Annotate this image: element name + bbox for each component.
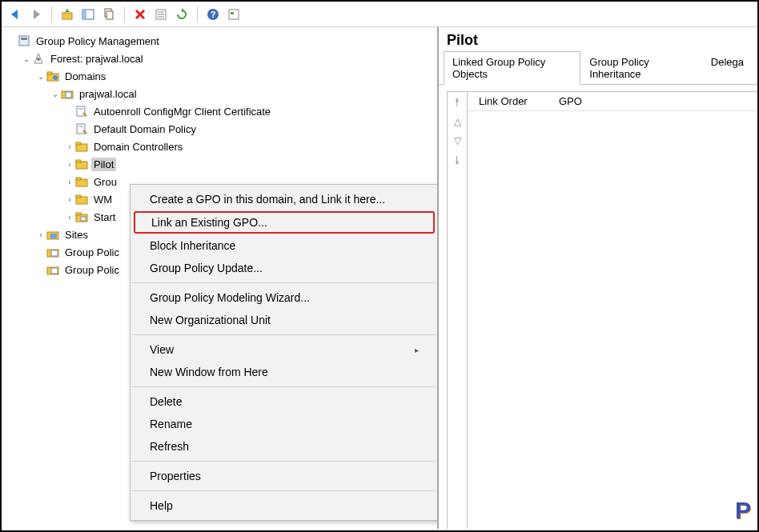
expand-toggle[interactable]: ⌄	[35, 72, 46, 81]
expand-toggle[interactable]: ›	[64, 178, 75, 186]
tree-gpo-item[interactable]: › Autoenroll ConfigMgr Client Certificat…	[64, 102, 437, 120]
copy-button[interactable]	[100, 6, 118, 23]
svg-rect-35	[76, 160, 81, 162]
forest-icon	[32, 52, 45, 65]
menu-separator	[132, 386, 436, 387]
svg-rect-39	[76, 195, 81, 198]
svg-rect-48	[51, 268, 58, 274]
svg-rect-42	[81, 217, 86, 221]
toolbar: ?	[2, 2, 757, 27]
col-link-order[interactable]: Link Order	[468, 92, 548, 110]
expand-toggle[interactable]: ›	[64, 160, 75, 169]
svg-marker-1	[34, 10, 40, 19]
gpo-link-icon	[75, 122, 88, 135]
link-order-buttons: ⭱ △ ▽ ⭳	[448, 92, 467, 529]
svg-rect-5	[82, 10, 86, 19]
svg-rect-37	[76, 178, 81, 180]
ctx-new-window[interactable]: New Window from Here	[131, 361, 438, 383]
ctx-link-existing-gpo[interactable]: Link an Existing GPO...	[134, 211, 435, 234]
report-icon	[46, 263, 59, 276]
menu-separator	[132, 334, 436, 335]
move-top-icon[interactable]: ⭱	[452, 97, 462, 108]
ou-icon	[75, 140, 88, 153]
submenu-arrow-icon: ▸	[415, 346, 419, 354]
ctx-rename[interactable]: Rename	[131, 413, 438, 435]
ou-icon	[75, 193, 88, 206]
svg-rect-44	[50, 234, 57, 238]
tab-linked-gpos[interactable]: Linked Group Policy Objects	[444, 51, 580, 85]
menu-separator	[132, 461, 436, 462]
ctx-properties[interactable]: Properties	[131, 465, 438, 487]
svg-rect-30	[77, 124, 85, 134]
move-down-icon[interactable]: ▽	[454, 135, 461, 146]
svg-rect-33	[76, 142, 81, 145]
ctx-delete[interactable]: Delete	[131, 390, 438, 413]
delete-button[interactable]	[131, 6, 149, 23]
ctx-block-inheritance[interactable]: Block Inheritance	[131, 234, 438, 257]
svg-rect-28	[77, 106, 85, 116]
expand-toggle[interactable]: ⌄	[21, 54, 32, 63]
forward-button[interactable]	[27, 6, 45, 23]
domain-icon	[61, 87, 74, 100]
svg-rect-19	[19, 36, 29, 46]
svg-rect-41	[76, 213, 81, 215]
tab-gp-inheritance[interactable]: Group Policy Inheritance	[580, 51, 702, 85]
move-up-icon[interactable]: △	[454, 116, 461, 127]
col-gpo[interactable]: GPO	[548, 92, 593, 110]
context-menu: Create a GPO in this domain, and Link it…	[130, 184, 438, 521]
folder-icon	[75, 210, 88, 223]
tree-ou-item[interactable]: › Domain Controllers	[64, 138, 437, 155]
ctx-gp-update[interactable]: Group Policy Update...	[131, 257, 438, 279]
tree-forest[interactable]: ⌄ Forest: prajwal.local	[21, 50, 437, 67]
help-button[interactable]: ?	[204, 6, 222, 23]
folder-icon	[46, 70, 59, 82]
svg-point-25	[53, 75, 58, 80]
svg-marker-0	[11, 10, 18, 19]
show-hide-tree-button[interactable]	[79, 6, 97, 23]
svg-rect-24	[47, 72, 52, 74]
menu-separator	[132, 490, 436, 491]
expand-toggle[interactable]: ›	[35, 230, 46, 239]
properties-button[interactable]	[152, 6, 170, 23]
svg-point-22	[37, 58, 40, 61]
svg-text:?: ?	[211, 10, 216, 19]
tab-delegation[interactable]: Delega	[702, 51, 753, 85]
ou-icon	[75, 175, 88, 188]
svg-rect-20	[21, 38, 27, 40]
svg-marker-14	[182, 8, 184, 13]
expand-toggle[interactable]: ⌄	[50, 90, 61, 98]
ou-icon	[75, 158, 88, 170]
detail-title: Pilot	[439, 27, 757, 50]
detail-pane: Pilot Linked Group Policy Objects Group …	[438, 27, 757, 529]
watermark-logo: P	[735, 497, 749, 524]
tree-gpo-item[interactable]: › Default Domain Policy	[64, 120, 437, 138]
svg-marker-3	[65, 9, 70, 12]
tree-pane: ▾ Group Policy Management ⌄ Forest: praj…	[2, 27, 438, 529]
options-button[interactable]	[225, 6, 243, 23]
refresh-button[interactable]	[173, 6, 191, 23]
gpo-link-icon	[75, 105, 88, 118]
ctx-modeling-wizard[interactable]: Group Policy Modeling Wizard...	[131, 286, 438, 309]
svg-rect-18	[231, 12, 234, 14]
gpm-icon	[18, 34, 30, 47]
detail-tabs: Linked Group Policy Objects Group Policy…	[439, 50, 757, 85]
ctx-create-gpo-link[interactable]: Create a GPO in this domain, and Link it…	[131, 188, 438, 210]
tree-ou-pilot[interactable]: › Pilot	[64, 155, 437, 173]
expand-toggle[interactable]: ›	[64, 195, 75, 204]
report-icon	[46, 246, 59, 258]
linked-gpo-grid: Link Order GPO	[467, 92, 757, 529]
move-bottom-icon[interactable]: ⭳	[452, 154, 462, 166]
tree-root[interactable]: ▾ Group Policy Management	[6, 32, 437, 50]
ctx-view[interactable]: View▸	[131, 338, 438, 361]
up-button[interactable]	[58, 6, 76, 23]
expand-toggle[interactable]: ›	[64, 213, 75, 222]
ctx-help[interactable]: Help	[131, 494, 438, 517]
tree-domain[interactable]: ⌄ prajwal.local	[50, 85, 437, 102]
expand-toggle[interactable]: ›	[64, 142, 75, 151]
ctx-new-ou[interactable]: New Organizational Unit	[131, 309, 438, 331]
back-button[interactable]	[6, 6, 24, 23]
sites-icon	[46, 228, 59, 241]
ctx-refresh[interactable]: Refresh	[131, 435, 438, 458]
svg-rect-7	[106, 11, 113, 19]
tree-domains[interactable]: ⌄ Domains	[35, 67, 437, 85]
